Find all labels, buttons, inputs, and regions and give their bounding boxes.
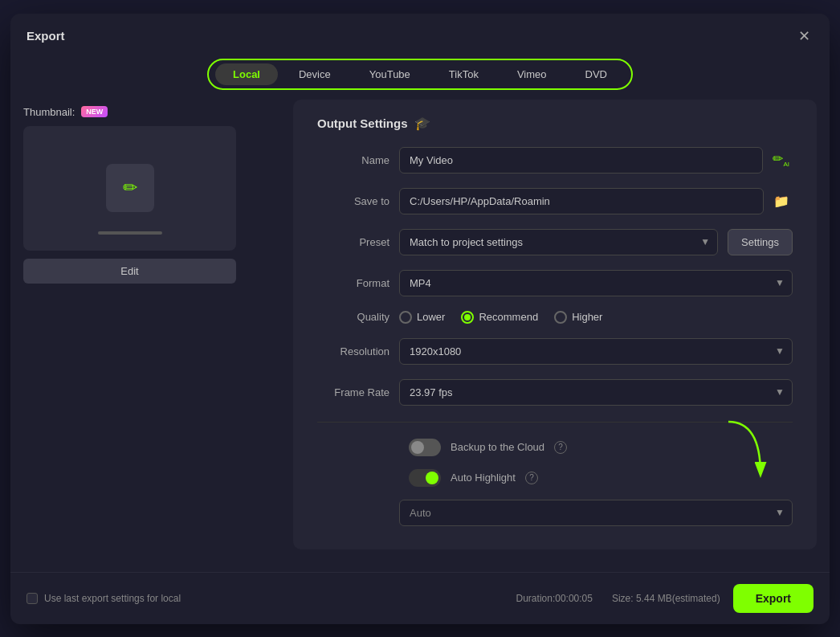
quality-recommend-option[interactable]: Recommend bbox=[461, 311, 538, 324]
quality-lower-radio[interactable] bbox=[399, 311, 412, 324]
edit-button[interactable]: Edit bbox=[23, 259, 236, 284]
preset-label: Preset bbox=[317, 236, 389, 248]
new-badge: NEW bbox=[81, 106, 108, 117]
tab-bar: Local Device YouTube TikTok Vimeo DVD bbox=[207, 59, 633, 90]
resolution-select-wrap: 1920x1080 ▼ bbox=[399, 338, 793, 365]
quality-recommend-radio[interactable] bbox=[461, 311, 474, 324]
resolution-label: Resolution bbox=[317, 345, 389, 357]
duration-text: Duration:00:00:05 bbox=[516, 593, 593, 604]
name-input-wrap: ✏AI bbox=[399, 147, 793, 174]
auto-dropdown-row: Auto ▼ bbox=[399, 500, 793, 526]
frame-rate-label: Frame Rate bbox=[317, 386, 389, 398]
close-button[interactable]: ✕ bbox=[794, 27, 813, 46]
format-select-wrap: MP4 ▼ bbox=[399, 270, 793, 296]
tab-tiktok[interactable]: TikTok bbox=[431, 63, 496, 85]
quality-lower-option[interactable]: Lower bbox=[399, 311, 445, 324]
name-input[interactable] bbox=[399, 147, 763, 174]
quality-higher-label: Higher bbox=[572, 311, 602, 323]
backup-help-icon[interactable]: ? bbox=[554, 441, 567, 454]
checkbox-wrap: Use last export settings for local bbox=[27, 593, 181, 604]
export-button[interactable]: Export bbox=[733, 584, 813, 613]
last-export-label: Use last export settings for local bbox=[44, 593, 181, 604]
name-row: Name ✏AI bbox=[317, 147, 793, 174]
last-export-checkbox[interactable] bbox=[27, 593, 38, 604]
ai-edit-icon[interactable]: ✏AI bbox=[769, 148, 793, 171]
tab-device[interactable]: Device bbox=[281, 63, 349, 85]
footer-info: Duration:00:00:05 Size: 5.44 MB(estimate… bbox=[516, 593, 720, 604]
auto-select-wrap: Auto ▼ bbox=[399, 500, 793, 526]
auto-highlight-help-icon[interactable]: ? bbox=[525, 472, 538, 484]
name-label: Name bbox=[317, 154, 389, 166]
dialog-title: Export bbox=[27, 29, 65, 43]
backup-toggle[interactable] bbox=[409, 439, 441, 456]
format-label: Format bbox=[317, 277, 389, 289]
graduation-cap-icon: 🎓 bbox=[414, 116, 430, 131]
preset-row: Preset Match to project settings ▼ Setti… bbox=[317, 229, 793, 255]
edit-pencil-icon: ✏ bbox=[123, 178, 137, 198]
quality-options: Lower Recommend Higher bbox=[399, 311, 793, 324]
tab-dvd[interactable]: DVD bbox=[568, 63, 625, 85]
size-text: Size: 5.44 MB(estimated) bbox=[612, 593, 720, 604]
quality-lower-label: Lower bbox=[417, 311, 445, 323]
thumbnail-label-row: Thumbnail: NEW bbox=[23, 106, 280, 118]
thumbnail-text: Thumbnail: bbox=[23, 106, 75, 118]
frame-rate-select-wrap: 23.97 fps ▼ bbox=[399, 379, 793, 406]
tab-bar-wrapper: Local Device YouTube TikTok Vimeo DVD bbox=[10, 52, 830, 100]
section-title-row: Output Settings 🎓 bbox=[317, 116, 793, 131]
tab-local[interactable]: Local bbox=[215, 63, 278, 85]
output-settings-title: Output Settings bbox=[317, 116, 408, 130]
resolution-select[interactable]: 1920x1080 bbox=[399, 338, 793, 365]
quality-row: Quality Lower Recommend Higher bbox=[317, 311, 793, 324]
folder-icon[interactable]: 📁 bbox=[770, 190, 793, 212]
title-bar: Export ✕ bbox=[10, 14, 830, 52]
thumbnail-preview: ✏ bbox=[23, 126, 236, 251]
footer: Use last export settings for local Durat… bbox=[10, 572, 830, 624]
format-row: Format MP4 ▼ bbox=[317, 270, 793, 296]
thumbnail-bar bbox=[98, 231, 162, 235]
thumbnail-icon: ✏ bbox=[106, 164, 154, 212]
save-to-input[interactable] bbox=[399, 188, 764, 214]
quality-higher-option[interactable]: Higher bbox=[554, 311, 602, 324]
frame-rate-row: Frame Rate 23.97 fps ▼ bbox=[317, 379, 793, 406]
backup-label: Backup to the Cloud bbox=[451, 441, 544, 453]
tab-youtube[interactable]: YouTube bbox=[352, 63, 428, 85]
preset-select-wrap: Match to project settings ▼ bbox=[399, 229, 718, 255]
save-to-row: Save to 📁 bbox=[317, 188, 793, 214]
export-dialog: Export ✕ Local Device YouTube TikTok Vim… bbox=[10, 14, 830, 624]
quality-higher-radio[interactable] bbox=[554, 311, 567, 324]
save-to-input-wrap: 📁 bbox=[399, 188, 793, 214]
auto-highlight-label: Auto Highlight bbox=[451, 472, 516, 484]
settings-button[interactable]: Settings bbox=[728, 229, 793, 255]
save-to-label: Save to bbox=[317, 195, 389, 207]
left-panel: Thumbnail: NEW ✏ Edit bbox=[23, 100, 280, 572]
quality-label: Quality bbox=[317, 311, 389, 323]
main-content: Thumbnail: NEW ✏ Edit Output Settings 🎓 … bbox=[10, 100, 830, 572]
frame-rate-select[interactable]: 23.97 fps bbox=[399, 379, 793, 406]
auto-select[interactable]: Auto bbox=[399, 500, 793, 526]
auto-highlight-row: Auto Highlight ? bbox=[317, 469, 793, 487]
resolution-row: Resolution 1920x1080 ▼ bbox=[317, 338, 793, 365]
backup-row: Backup to the Cloud ? bbox=[317, 439, 793, 456]
quality-recommend-label: Recommend bbox=[479, 311, 538, 323]
format-select[interactable]: MP4 bbox=[399, 270, 793, 296]
divider bbox=[317, 422, 793, 423]
right-panel: Output Settings 🎓 Name ✏AI Save to 📁 bbox=[293, 100, 817, 549]
preset-select[interactable]: Match to project settings bbox=[399, 229, 718, 255]
auto-highlight-toggle[interactable] bbox=[409, 469, 441, 487]
tab-vimeo[interactable]: Vimeo bbox=[500, 63, 565, 85]
